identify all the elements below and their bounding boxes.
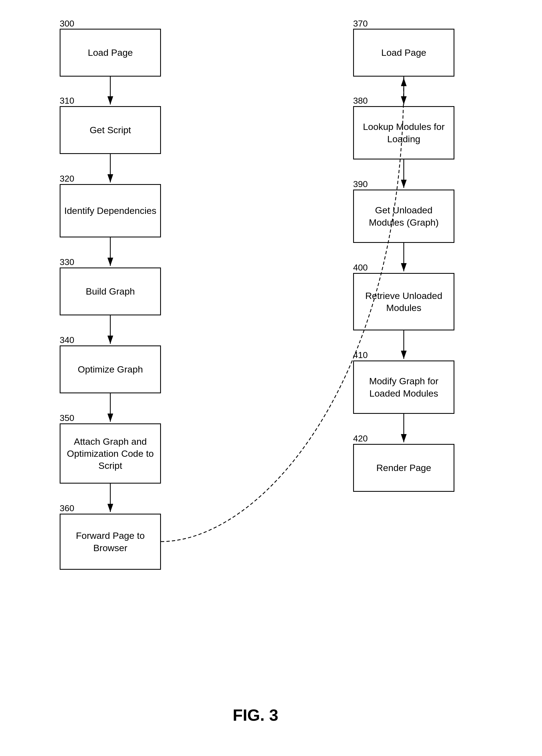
box-load-page-right: Load Page xyxy=(353,29,454,77)
label-380: 380 xyxy=(353,96,368,106)
box-retrieve-unloaded: Retrieve Unloaded Modules xyxy=(353,273,454,330)
box-get-script: Get Script xyxy=(60,106,161,154)
fig-label: FIG. 3 xyxy=(233,706,279,725)
label-410: 410 xyxy=(353,350,368,360)
label-350: 350 xyxy=(60,413,74,423)
box-render-page: Render Page xyxy=(353,444,454,492)
label-370: 370 xyxy=(353,19,368,29)
box-get-unloaded-modules: Get Unloaded Modules (Graph) xyxy=(353,190,454,243)
label-360: 360 xyxy=(60,503,74,513)
label-420: 420 xyxy=(353,434,368,444)
label-310: 310 xyxy=(60,96,74,106)
box-load-page-left: Load Page xyxy=(60,29,161,77)
label-300: 300 xyxy=(60,19,74,29)
label-330: 330 xyxy=(60,257,74,267)
box-lookup-modules: Lookup Modules for Loading xyxy=(353,106,454,159)
box-optimize-graph: Optimize Graph xyxy=(60,345,161,393)
box-modify-graph: Modify Graph for Loaded Modules xyxy=(353,360,454,414)
box-forward-page: Forward Page to Browser xyxy=(60,514,161,570)
label-320: 320 xyxy=(60,174,74,184)
label-390: 390 xyxy=(353,179,368,189)
box-identify-dependencies: Identify Dependencies xyxy=(60,184,161,237)
label-340: 340 xyxy=(60,335,74,345)
box-build-graph: Build Graph xyxy=(60,267,161,315)
label-400: 400 xyxy=(353,263,368,273)
box-attach-graph: Attach Graph and Optimization Code to Sc… xyxy=(60,423,161,484)
diagram-container: 300 Load Page 310 Get Script 320 Identif… xyxy=(0,0,542,756)
